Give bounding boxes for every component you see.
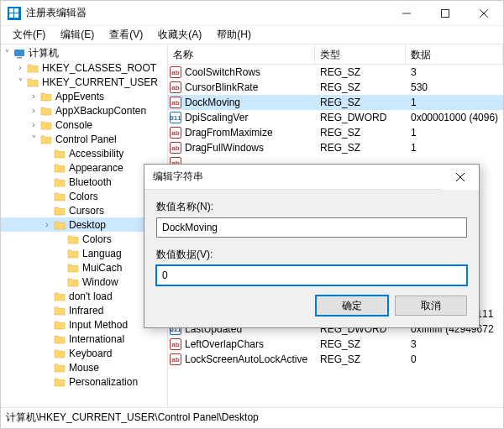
list-header: 名称 类型 数据 — [168, 44, 503, 65]
list-row[interactable]: 011DpiScalingVerREG_DWORD0x00001000 (409… — [168, 110, 503, 125]
value-data: 3 — [406, 338, 503, 350]
list-row[interactable]: abLeftOverlapCharsREG_SZ3 — [168, 337, 503, 352]
tree-label: Console — [55, 119, 92, 131]
tree-item[interactable]: ›AppXBackupConten — [1, 103, 167, 118]
dialog-titlebar[interactable]: 编辑字符串 — [144, 165, 479, 190]
close-button[interactable] — [465, 1, 503, 25]
value-data: 1 — [406, 142, 503, 154]
menu-favorites[interactable]: 收藏夹(A) — [151, 26, 208, 44]
folder-icon — [53, 190, 66, 203]
folder-icon — [53, 318, 66, 332]
chevron-right-icon[interactable]: › — [28, 92, 39, 101]
tree-item[interactable]: ›Console — [1, 118, 167, 132]
folder-icon — [26, 61, 39, 75]
dialog-title: 编辑字符串 — [153, 170, 441, 184]
tree-item[interactable]: ›Desktop — [1, 217, 167, 232]
col-type[interactable]: 类型 — [315, 44, 406, 64]
value-name: CursorBlinkRate — [183, 81, 315, 93]
menu-file[interactable]: 文件(F) — [6, 26, 52, 44]
string-value-icon: ab — [170, 353, 181, 365]
tree-item[interactable]: Infrared — [1, 303, 167, 317]
folder-icon — [53, 332, 66, 346]
svg-rect-8 — [14, 50, 24, 56]
tree-item[interactable]: Accessibility — [1, 146, 167, 160]
folder-icon — [53, 347, 66, 360]
tree-label: Languag — [82, 248, 122, 259]
folder-icon — [53, 218, 66, 232]
tree-item[interactable]: Languag — [1, 246, 167, 260]
tree-label: Personalization — [69, 376, 138, 388]
tree-item[interactable]: ›AppEvents — [1, 89, 167, 103]
list-row[interactable]: abDockMovingREG_SZ1 — [168, 95, 503, 110]
chevron-right-icon[interactable]: › — [41, 220, 53, 229]
string-value-icon: ab — [170, 142, 181, 154]
chevron-down-icon[interactable]: ˅ — [1, 49, 13, 58]
tree-label: AppEvents — [55, 91, 104, 102]
chevron-right-icon[interactable]: › — [28, 120, 39, 129]
folder-icon — [53, 147, 66, 160]
folder-icon — [39, 118, 53, 132]
tree-item[interactable]: Keyboard — [1, 346, 167, 360]
svg-rect-0 — [9, 8, 13, 13]
tree-item[interactable]: ›HKEY_CLASSES_ROOT — [1, 60, 167, 75]
menu-edit[interactable]: 编辑(E) — [54, 26, 101, 44]
col-data[interactable]: 数据 — [406, 44, 503, 64]
tree-label: Colors — [69, 191, 98, 202]
tree-item[interactable]: don't load — [1, 289, 167, 303]
chevron-down-icon[interactable]: ˅ — [14, 77, 26, 86]
list-row[interactable]: abDragFullWindowsREG_SZ1 — [168, 140, 503, 155]
tree-label: International — [69, 333, 124, 345]
value-data-input[interactable] — [156, 265, 467, 285]
tree-label: HKEY_CURRENT_USER — [42, 76, 158, 88]
status-path: 计算机\HKEY_CURRENT_USER\Control Panel\Desk… — [6, 411, 259, 425]
value-data-label: 数值数据(V): — [156, 248, 467, 262]
string-value-icon: ab — [170, 97, 181, 108]
list-row[interactable]: abCursorBlinkRateREG_SZ530 — [168, 80, 503, 95]
col-name[interactable]: 名称 — [168, 44, 315, 64]
list-row[interactable]: abLockScreenAutoLockActiveREG_SZ0 — [168, 352, 503, 367]
value-data: 3 — [406, 66, 503, 78]
tree-item[interactable]: Mouse — [1, 360, 167, 374]
tree-item[interactable]: ˅HKEY_CURRENT_USER — [1, 75, 167, 89]
chevron-right-icon[interactable]: › — [28, 106, 39, 115]
tree-item[interactable]: Colors — [1, 189, 167, 203]
tree-label: MuiCach — [82, 262, 122, 274]
ok-button[interactable]: 确定 — [316, 296, 388, 316]
svg-rect-3 — [14, 13, 18, 18]
menu-help[interactable]: 帮助(H) — [210, 26, 258, 44]
tree-item[interactable]: Appearance — [1, 160, 167, 175]
tree-item[interactable]: Personalization — [1, 374, 167, 389]
tree-label: Infrared — [69, 305, 103, 317]
statusbar: 计算机\HKEY_CURRENT_USER\Control Panel\Desk… — [1, 407, 503, 427]
chevron-right-icon[interactable]: › — [14, 63, 26, 72]
tree-label: Control Panel — [55, 133, 117, 145]
menu-view[interactable]: 查看(V) — [102, 26, 150, 44]
list-row[interactable]: abCoolSwitchRowsREG_SZ3 — [168, 65, 503, 80]
value-type: REG_SZ — [315, 142, 406, 154]
tree-item[interactable]: Cursors — [1, 203, 167, 217]
value-name: CoolSwitchRows — [183, 66, 315, 78]
titlebar: 注册表编辑器 — [1, 1, 503, 26]
tree-root[interactable]: ˅ 计算机 — [1, 46, 167, 60]
value-name: LeftOverlapChars — [183, 338, 315, 350]
window-title: 注册表编辑器 — [26, 6, 387, 20]
tree-label: Bluetooth — [69, 176, 112, 188]
folder-icon — [53, 290, 66, 303]
tree-item[interactable]: Input Method — [1, 317, 167, 332]
tree-item[interactable]: MuiCach — [1, 260, 167, 275]
tree-item[interactable]: Bluetooth — [1, 175, 167, 189]
dialog-close-button[interactable] — [441, 165, 479, 190]
maximize-button[interactable] — [426, 1, 465, 25]
tree-item[interactable]: Window — [1, 275, 167, 289]
tree-item[interactable]: ˅Control Panel — [1, 132, 167, 146]
list-row[interactable]: abDragFromMaximizeREG_SZ1 — [168, 125, 503, 140]
tree-item[interactable]: International — [1, 332, 167, 346]
tree-item[interactable]: Colors — [1, 232, 167, 246]
tree-label: Accessibility — [69, 148, 123, 160]
minimize-button[interactable] — [387, 1, 426, 25]
cancel-button[interactable]: 取消 — [395, 296, 467, 316]
value-name: DpiScalingVer — [183, 112, 315, 123]
chevron-down-icon[interactable]: ˅ — [28, 134, 39, 144]
value-name: DockMoving — [183, 97, 315, 108]
value-name-input[interactable] — [156, 217, 467, 238]
